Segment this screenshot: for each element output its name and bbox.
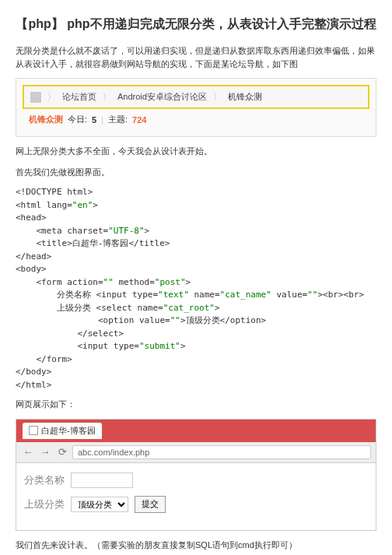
form-label: 上级分类: [24, 497, 65, 511]
category-name-input[interactable]: [71, 472, 133, 488]
breadcrumb-item: 论坛首页: [62, 91, 96, 103]
stats-label: 今日:: [68, 114, 87, 125]
breadcrumb-item-active: 机锋众测: [228, 91, 262, 103]
page-content: 分类名称 上级分类 顶级分类 提交: [16, 463, 376, 530]
submit-button[interactable]: 提交: [135, 496, 166, 513]
paragraph: 我们首先来设计表。（需要实验的朋友直接复制SQL语句到cmd执行即可）: [16, 539, 376, 552]
forum-stats: 机锋众测 今日: 5 | 主题: 724: [23, 109, 369, 130]
browser-tab[interactable]: 白超华-博客园: [23, 423, 102, 439]
forum-name: 机锋众测: [29, 114, 63, 125]
page-icon: [29, 426, 38, 435]
stats-separator: |: [101, 115, 103, 125]
stats-topics: 724: [132, 115, 146, 125]
browser-figure: 白超华-博客园 ← → ⟳ abc.com/index.php 分类名称 上级分…: [16, 419, 376, 531]
paragraph: 首先我们先做视图界面。: [16, 166, 376, 179]
breadcrumb-separator: 〉: [213, 91, 222, 103]
stats-today: 5: [92, 115, 96, 125]
tab-title: 白超华-博客园: [41, 425, 96, 437]
parent-category-select[interactable]: 顶级分类: [71, 497, 128, 512]
breadcrumb: 〉 论坛首页 〉 Android安卓综合讨论区 〉 机锋众测: [23, 85, 369, 109]
breadcrumb-separator: 〉: [103, 91, 111, 103]
breadcrumb-item: Android安卓综合讨论区: [117, 91, 207, 103]
intro-paragraph: 无限分类是什么就不废话了，可以用递归实现，但是递归从数据库取东西用递归效率偏低，…: [16, 44, 376, 70]
html-code-block: <!DOCTYPE html> <html lang="en"> <head> …: [16, 186, 376, 392]
address-bar: ← → ⟳ abc.com/index.php: [16, 442, 376, 463]
forum-nav-figure: 〉 论坛首页 〉 Android安卓综合讨论区 〉 机锋众测 机锋众测 今日: …: [16, 78, 376, 137]
stats-label: 主题:: [108, 114, 128, 125]
home-icon: [30, 92, 41, 103]
forward-icon[interactable]: →: [38, 445, 52, 459]
url-input[interactable]: abc.com/index.php: [72, 445, 371, 459]
breadcrumb-separator: 〉: [47, 91, 56, 103]
paragraph: 网上无限分类大多不全面，今天我会从设计表开始。: [16, 145, 376, 158]
paragraph: 网页展示如下：: [16, 398, 376, 411]
article-title: 【php】 php不用递归完成无限分类，从表设计入手完整演示过程: [16, 16, 376, 33]
browser-tabbar: 白超华-博客园: [16, 420, 376, 442]
back-icon[interactable]: ←: [21, 445, 35, 459]
form-label: 分类名称: [24, 473, 65, 487]
reload-icon[interactable]: ⟳: [55, 445, 69, 459]
